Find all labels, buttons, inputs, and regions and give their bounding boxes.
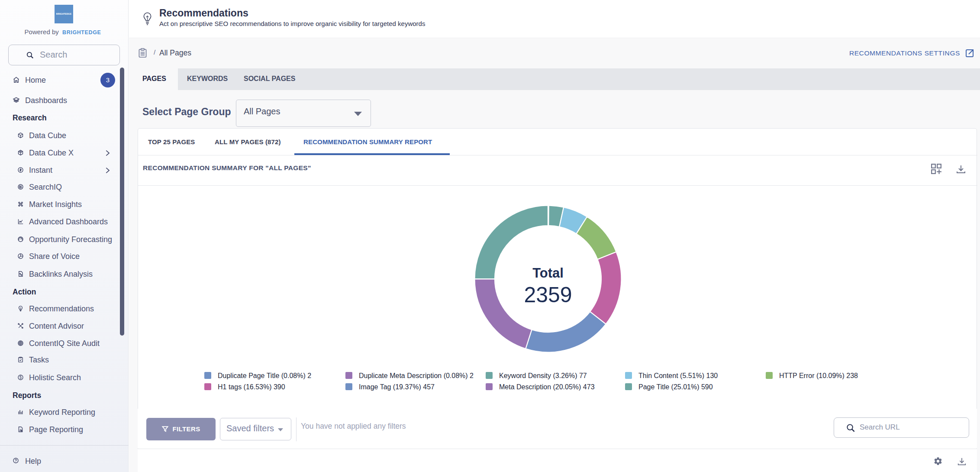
svg-text:2359: 2359 — [524, 283, 572, 307]
svg-text:Total: Total — [532, 265, 564, 281]
